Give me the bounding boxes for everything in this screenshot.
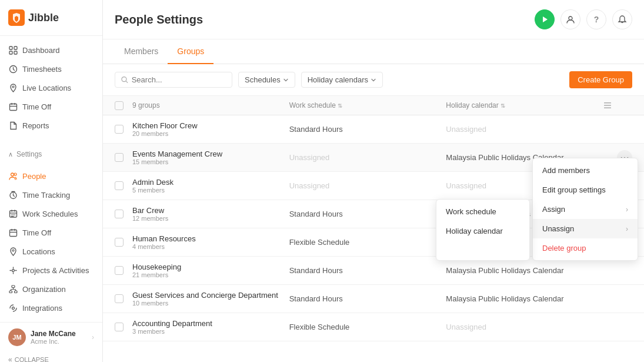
schedules-filter[interactable]: Schedules [238,72,295,88]
collapse-button[interactable]: « COLLAPSE [0,352,102,362]
help-button[interactable]: ? [586,9,606,29]
row-checkbox[interactable] [115,125,132,134]
chevron-down-icon-2 [371,77,376,83]
tab-members[interactable]: Members [115,39,168,64]
projects-icon [8,265,18,275]
sidebar-item-people[interactable]: People [0,167,102,185]
table-row: Accounting Department 3 members Flexible… [103,313,644,341]
add-members-label: Add members [542,166,590,175]
assign-item[interactable]: Assign › [533,200,638,219]
add-members-item[interactable]: Add members [533,161,638,180]
group-name: Kitchen Floor Crew [132,121,289,130]
tabs-bar: Members Groups [103,39,644,64]
user-info[interactable]: JM Jane McCane Acme Inc. › [8,328,94,346]
svg-point-14 [12,269,14,271]
chevron-up-icon: ∧ [8,151,13,158]
notifications-button[interactable] [612,9,632,29]
svg-rect-23 [604,105,611,106]
group-members: 3 members [132,328,289,335]
sidebar-item-reports[interactable]: Reports [0,116,102,135]
row-checkbox[interactable] [115,210,132,218]
table-row: Housekeeping 21 members Standard Hours M… [103,257,644,285]
sidebar-item-projects[interactable]: Projects & Activities [0,261,102,280]
user-details: Jane McCane Acme Inc. [31,330,87,345]
unassign-item[interactable]: Unassign › [533,219,638,238]
row-schedule: Standard Hours [289,125,446,134]
row-schedule: Unassigned [289,181,446,190]
svg-rect-4 [14,51,17,54]
play-button[interactable] [535,9,555,29]
row-holiday: Malaysia Public Holidays Calendar [446,266,603,275]
integrations-icon [8,303,18,313]
group-members: 15 members [132,158,289,165]
group-members: 12 members [132,215,289,222]
assign-work-schedule[interactable]: Work schedule [436,202,529,221]
row-schedule: Flexible Schedule [289,238,446,247]
svg-rect-7 [9,104,16,110]
row-checkbox[interactable] [115,266,132,275]
svg-rect-12 [9,230,16,236]
assign-holiday-calendar[interactable]: Holiday calendar [436,221,529,241]
row-name: Human Resources 4 members [132,234,289,250]
time-tracking-icon [8,190,18,200]
svg-point-6 [12,86,14,88]
svg-point-21 [122,77,126,82]
select-all-checkbox[interactable] [115,101,124,110]
row-checkbox[interactable] [115,238,132,247]
sidebar-item-integrations[interactable]: Integrations [0,298,102,317]
svg-rect-24 [604,108,611,109]
search-icon [121,76,128,84]
sidebar-item-label: Live Locations [22,84,71,92]
table-row: Kitchen Floor Crew 20 members Standard H… [103,115,644,144]
header-actions: ? [535,9,632,29]
chevron-right-icon: › [92,333,94,341]
sidebar-item-timesheets[interactable]: Timesheets [0,59,102,78]
sidebar-item-label: Locations [22,247,55,256]
sidebar-item-time-off-settings[interactable]: Time Off [0,223,102,242]
svg-point-18 [12,307,14,309]
avatar: JM [8,328,26,346]
table-container: 9 groups Work schedule ⇅ Holiday calenda… [103,96,644,362]
map-pin-icon [8,83,18,92]
row-name: Guest Services and Concierge Department … [132,291,289,307]
profile-button[interactable] [560,9,580,29]
row-checkbox[interactable] [115,323,132,331]
settings-header: ∧ Settings [0,147,102,162]
row-checkbox[interactable] [115,181,132,190]
assign-label: Assign [542,205,565,214]
nav-settings: People Time Tracking Work Schedules Time… [0,162,102,322]
svg-point-8 [11,173,14,176]
sidebar-item-work-schedules[interactable]: Work Schedules [0,204,102,223]
row-name: Kitchen Floor Crew 20 members [132,121,289,137]
create-group-button[interactable]: Create Group [569,71,632,88]
delete-group-label: Delete group [542,244,586,253]
header-holiday-calendar: Holiday calendar ⇅ [446,101,603,109]
row-name: Bar Crew 12 members [132,206,289,222]
search-input[interactable] [132,75,226,84]
sidebar-item-label: Projects & Activities [22,266,89,275]
group-name: Guest Services and Concierge Department [132,291,289,300]
column-settings-icon[interactable] [603,101,612,110]
row-checkbox[interactable] [115,294,132,303]
calendar-icon [8,102,18,111]
row-schedule: Standard Hours [289,210,446,218]
svg-rect-1 [9,47,12,49]
sidebar-item-time-off[interactable]: Time Off [0,97,102,116]
svg-point-9 [14,173,16,175]
sidebar-item-dashboard[interactable]: Dashboard [0,41,102,59]
chevron-left-icon: « [8,356,12,362]
edit-group-item[interactable]: Edit group settings [533,180,638,200]
row-checkbox[interactable] [115,153,132,162]
search-box[interactable] [115,72,232,88]
sidebar-item-organization[interactable]: Organization [0,280,102,298]
sidebar-item-live-locations[interactable]: Live Locations [0,78,102,97]
holiday-calendars-filter[interactable]: Holiday calendars [301,72,383,88]
row-name: Housekeeping 21 members [132,263,289,278]
tab-groups[interactable]: Groups [168,39,213,64]
clock-icon [8,64,18,74]
sidebar-item-locations[interactable]: Locations [0,242,102,261]
delete-group-item[interactable]: Delete group [533,238,638,258]
row-name: Events Management Crew 15 members [132,150,289,165]
sidebar-item-time-tracking[interactable]: Time Tracking [0,185,102,204]
sidebar-item-label: People [22,172,46,181]
